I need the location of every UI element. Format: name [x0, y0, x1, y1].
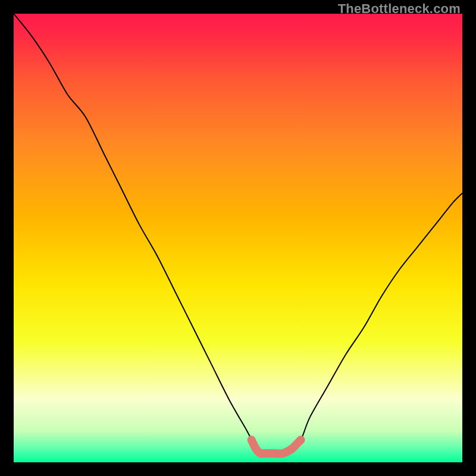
chart-frame: TheBottleneck.com — [0, 0, 476, 476]
gradient-background — [14, 14, 462, 462]
plot-area — [14, 14, 462, 462]
bottleneck-chart — [14, 14, 462, 462]
